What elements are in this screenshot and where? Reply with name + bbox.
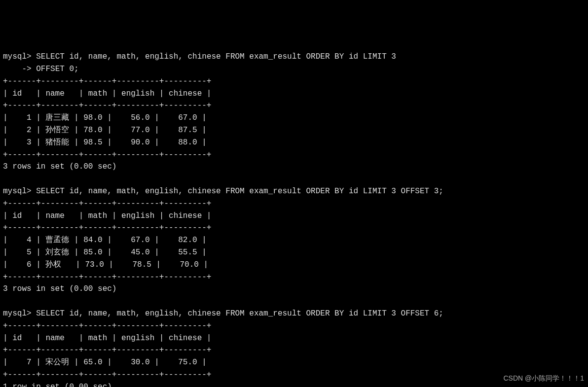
table-row: | 3 | 猪悟能 | 98.5 | 90.0 | 88.0 | [3, 138, 207, 147]
table-border: +------+--------+------+---------+------… [3, 150, 211, 159]
table-border: +------+--------+------+---------+------… [3, 199, 211, 208]
table-border: +------+--------+------+---------+------… [3, 223, 211, 232]
sql-line: SELECT id, name, math, english, chinese … [36, 187, 443, 196]
table-row: | 2 | 孙悟空 | 78.0 | 77.0 | 87.5 | [3, 126, 207, 135]
table-header: | id | name | math | english | chinese | [3, 334, 211, 343]
table-border: +------+--------+------+---------+------… [3, 346, 211, 354]
query-status: 3 rows in set (0.00 sec) [3, 162, 116, 171]
sql-line: SELECT id, name, math, english, chinese … [36, 52, 396, 61]
table-row: | 4 | 曹孟德 | 84.0 | 67.0 | 82.0 | [3, 236, 207, 245]
table-header: | id | name | math | english | chinese | [3, 89, 211, 98]
table-row: | 7 | 宋公明 | 65.0 | 30.0 | 75.0 | [3, 358, 207, 367]
table-border: +------+--------+------+---------+------… [3, 273, 211, 281]
table-border: +------+--------+------+---------+------… [3, 77, 211, 86]
sql-line: SELECT id, name, math, english, chinese … [36, 309, 443, 318]
table-header: | id | name | math | english | chinese | [3, 211, 211, 220]
query-status: 1 row in set (0.00 sec) [3, 383, 112, 387]
table-border: +------+--------+------+---------+------… [3, 321, 211, 330]
table-border: +------+--------+------+---------+------… [3, 370, 211, 379]
table-border: +------+--------+------+---------+------… [3, 101, 211, 110]
table-row: | 6 | 孙权 | 73.0 | 78.5 | 70.0 | [3, 260, 208, 269]
watermark: CSDN @小陈同学！！！1 [503, 373, 584, 384]
table-row: | 1 | 唐三藏 | 98.0 | 56.0 | 67.0 | [3, 113, 207, 122]
table-row: | 5 | 刘玄德 | 85.0 | 45.0 | 55.5 | [3, 248, 207, 257]
query-status: 3 rows in set (0.00 sec) [3, 284, 116, 293]
terminal-output: mysql> SELECT id, name, math, english, c… [3, 51, 585, 387]
mysql-prompt: mysql> [3, 52, 32, 61]
mysql-prompt: -> [3, 65, 32, 73]
mysql-prompt: mysql> [3, 309, 32, 318]
mysql-prompt: mysql> [3, 187, 32, 196]
sql-line: OFFSET 0; [36, 65, 78, 73]
